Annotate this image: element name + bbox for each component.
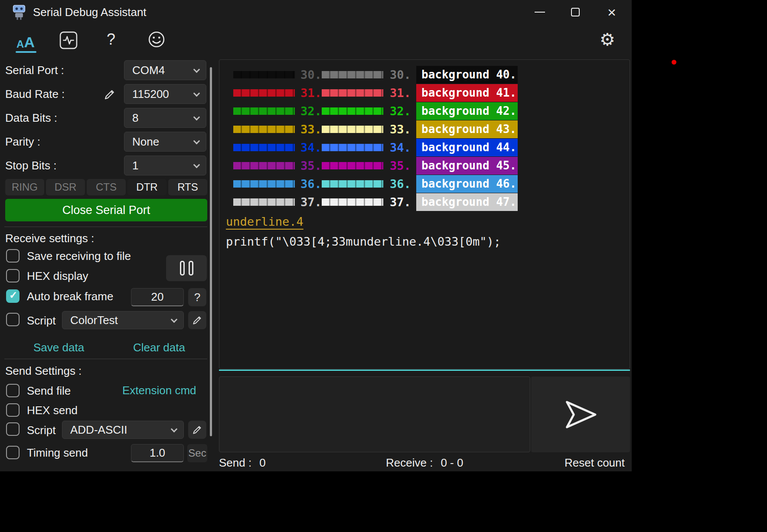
send-script-edit-button[interactable] [188, 421, 206, 439]
reset-count-link[interactable]: Reset count [565, 456, 625, 470]
ansi-color-number: 36. [300, 177, 322, 191]
receive-count-value: 0 - 0 [441, 456, 463, 470]
baud-rate-label: Baud Rate : [5, 84, 65, 104]
data-bits-value: 8 [132, 111, 138, 125]
smiley-icon [147, 30, 166, 49]
ansi-color-number: 31. [300, 86, 322, 100]
send-input[interactable] [219, 376, 530, 452]
auto-break-label: Auto break frame [27, 289, 113, 303]
font-display-button[interactable]: A A [14, 30, 37, 49]
auto-break-input[interactable]: 20 [131, 288, 184, 306]
divider [4, 227, 207, 227]
chevron-down-icon [171, 426, 178, 433]
save-data-link[interactable]: Save data [33, 341, 84, 354]
send-script-label: Script [27, 423, 55, 437]
save-to-file-label: Save receiving to file [27, 249, 131, 263]
app-window: Serial Debug Assistant × A A ? ⚙ [0, 0, 632, 471]
auto-break-checkbox[interactable] [6, 289, 20, 303]
terminal-row: 35.35.background 45. [233, 156, 518, 175]
ansi-color-number: 34. [300, 141, 322, 154]
app-icon [10, 4, 28, 21]
chevron-down-icon [171, 316, 178, 323]
send-script-select[interactable]: ADD-ASCII [62, 421, 184, 439]
minimize-button[interactable] [525, 1, 554, 23]
send-count-value: 0 [259, 456, 265, 470]
signal-button-dtr[interactable]: DTR [127, 179, 166, 195]
extension-cmd-link[interactable]: Extension cmd [122, 384, 196, 397]
chevron-down-icon [193, 114, 200, 121]
close-serial-port-button[interactable]: Close Serial Port [5, 199, 207, 221]
serial-port-select[interactable]: COM4 [124, 60, 206, 80]
hex-display-checkbox[interactable] [6, 269, 20, 282]
send-script-checkbox[interactable] [6, 422, 20, 436]
stop-bits-value: 1 [132, 159, 138, 172]
send-file-checkbox[interactable] [6, 384, 20, 397]
ansi-bright-number: 36. [390, 177, 411, 191]
chevron-down-icon [193, 138, 200, 145]
splitter[interactable] [219, 370, 630, 371]
receive-script-checkbox[interactable] [6, 313, 20, 326]
ansi-bright-number: 31. [390, 86, 411, 100]
terminal-row: 33.33.background 43. [233, 120, 518, 138]
font-display-icon: A [16, 39, 24, 49]
ansi-background-label: background 47. [416, 193, 518, 211]
ansi-color-bar [233, 162, 295, 169]
waveform-button[interactable] [59, 30, 78, 49]
minimize-icon [535, 12, 545, 13]
ansi-bright-bar [322, 107, 383, 115]
hex-send-label: HEX send [27, 403, 78, 417]
waveform-icon [59, 31, 78, 49]
signal-button-rts[interactable]: RTS [168, 179, 207, 195]
ansi-color-number: 30. [300, 68, 322, 81]
terminal-row: 30.30.background 40. [233, 65, 518, 84]
close-button[interactable]: × [597, 1, 626, 23]
hex-display-label: HEX display [27, 269, 88, 283]
serial-port-label: Serial Port : [5, 60, 64, 80]
send-counter: Send : 0 [219, 456, 266, 470]
smiley-button[interactable] [147, 29, 166, 49]
help-button[interactable]: ? [103, 29, 119, 49]
data-bits-select[interactable]: 8 [124, 108, 206, 128]
send-icon [561, 398, 601, 431]
settings-button[interactable]: ⚙ [597, 29, 617, 50]
ansi-background-label: background 46. [416, 175, 518, 193]
timing-send-checkbox[interactable] [6, 446, 20, 459]
timing-send-input[interactable]: 1.0 [131, 444, 184, 462]
help-icon: ? [107, 32, 115, 47]
ansi-color-bar [233, 180, 295, 188]
red-dot-indicator [672, 60, 676, 65]
data-bits-label: Data Bits : [5, 108, 57, 128]
left-panel: Serial Port : COM4 Baud Rate : 115200 Da… [0, 59, 211, 471]
receive-area[interactable]: 30.30.background 40.31.31.background 41.… [219, 59, 630, 369]
receive-script-edit-button[interactable] [188, 311, 206, 329]
pause-button[interactable] [166, 255, 207, 281]
receive-count-label: Receive : [386, 456, 433, 470]
pause-icon [180, 261, 185, 276]
parity-label: Parity : [5, 132, 40, 152]
scrollbar[interactable] [210, 67, 212, 436]
timing-unit-label: Sec [187, 444, 207, 462]
ansi-bright-number: 35. [390, 159, 411, 172]
terminal-row: 32.32.background 42. [233, 102, 518, 120]
ansi-bright-bar [322, 89, 383, 97]
ansi-color-number: 35. [300, 159, 322, 172]
baud-rate-value: 115200 [132, 88, 169, 101]
terminal-row: 31.31.background 41. [233, 84, 518, 102]
send-button[interactable] [531, 376, 630, 452]
ansi-bright-bar [322, 180, 383, 188]
stop-bits-select[interactable]: 1 [124, 156, 206, 175]
receive-script-select[interactable]: ColorTest [62, 311, 184, 329]
save-to-file-checkbox[interactable] [6, 249, 20, 263]
ansi-background-label: background 42. [416, 102, 518, 120]
baud-rate-select[interactable]: 115200 [124, 84, 206, 104]
auto-break-help-button[interactable]: ? [188, 288, 206, 306]
ansi-background-label: background 45. [416, 157, 518, 175]
hex-send-checkbox[interactable] [6, 403, 20, 417]
maximize-button[interactable] [561, 1, 590, 23]
parity-select[interactable]: None [124, 132, 206, 152]
clear-data-link[interactable]: Clear data [133, 341, 185, 354]
ansi-bright-number: 32. [390, 104, 411, 118]
ansi-color-bar [233, 198, 295, 206]
ansi-color-number: 32. [300, 104, 322, 118]
ansi-bright-number: 37. [390, 195, 411, 209]
